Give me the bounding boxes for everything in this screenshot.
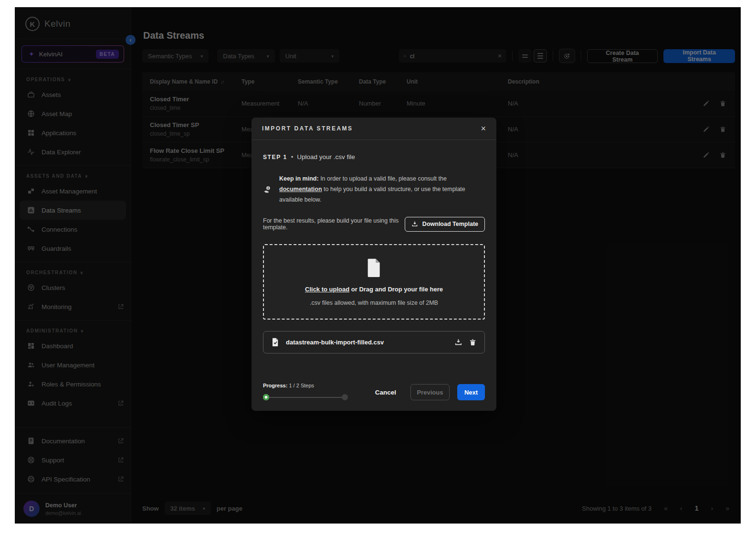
- file-icon: [365, 257, 384, 278]
- step-label: STEP 1: [263, 154, 287, 160]
- file-dropzone[interactable]: Click to upload or Drag and Drop your fi…: [263, 244, 485, 320]
- modal-footer: Progress: 1 / 2 Steps Cancel Previous Ne…: [263, 383, 485, 400]
- remove-file-icon[interactable]: [469, 338, 477, 346]
- download-file-icon[interactable]: [454, 338, 462, 346]
- progress-label: Progress:: [263, 383, 287, 388]
- cancel-button[interactable]: Cancel: [375, 389, 396, 396]
- file-check-icon: [271, 337, 280, 347]
- bullet-icon: •: [291, 153, 294, 160]
- previous-button[interactable]: Previous: [410, 384, 450, 400]
- info-note: Keep in mind: In order to upload a valid…: [263, 174, 485, 205]
- note-strong: Keep in mind:: [279, 175, 319, 182]
- progress-step-2-dot[interactable]: [342, 394, 348, 400]
- modal-title: IMPORT DATA STREAMS: [262, 125, 481, 132]
- uploaded-file-name: datastream-bulk-import-filled.csv: [286, 339, 448, 346]
- next-button[interactable]: Next: [457, 384, 485, 400]
- modal-body: STEP 1 • Upload your .csv file Keep in m…: [252, 140, 496, 411]
- dropzone-hint: .csv files allowed, with maximum file si…: [310, 300, 438, 306]
- note-text: Keep in mind: In order to upload a valid…: [279, 174, 485, 205]
- import-data-streams-modal: IMPORT DATA STREAMS × STEP 1 • Upload yo…: [252, 118, 496, 411]
- progress-indicator: Progress: 1 / 2 Steps: [263, 383, 348, 400]
- documentation-link[interactable]: documentation: [279, 186, 322, 193]
- click-to-upload-link[interactable]: Click to upload: [305, 286, 349, 293]
- template-text: For the best results, please build your …: [263, 217, 405, 231]
- info-icon: [263, 175, 273, 205]
- uploaded-file-row: datastream-bulk-import-filled.csv: [263, 331, 485, 353]
- step-indicator: STEP 1 • Upload your .csv file: [263, 153, 485, 160]
- app-window: K Kelvin ✦ KelvinAI BETA OPERATIONS∨ Ass…: [15, 7, 741, 524]
- modal-header: IMPORT DATA STREAMS ×: [252, 118, 496, 140]
- progress-value: 1 / 2 Steps: [289, 383, 314, 388]
- template-row: For the best results, please build your …: [263, 217, 485, 232]
- close-icon[interactable]: ×: [481, 124, 486, 133]
- step-title: Upload your .csv file: [297, 153, 355, 160]
- download-icon: [411, 221, 418, 227]
- progress-track: [263, 394, 348, 400]
- progress-step-1-dot[interactable]: [263, 394, 269, 400]
- download-template-button[interactable]: Download Template: [405, 217, 485, 232]
